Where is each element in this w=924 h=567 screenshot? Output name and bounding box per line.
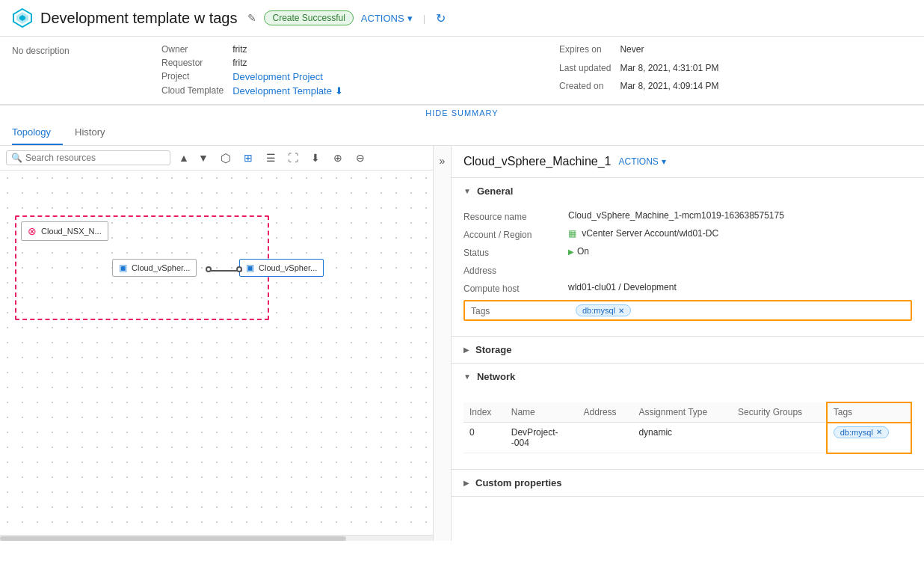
topology-toolbar: 🔍 ▲ ▼ ⬡ ⊞ ☰ ⛶ ⬇ ⊕ ⊖ — [0, 146, 433, 171]
detail-title: Cloud_vSphere_Machine_1 — [463, 155, 611, 168]
resource-name-value: Cloud_vSphere_Machine_1-mcm1019-16363857… — [568, 210, 784, 221]
storage-section: ▶ Storage — [452, 337, 924, 364]
col-address: Address — [578, 402, 633, 423]
cloud-template-link[interactable]: Development Template — [232, 85, 332, 96]
detail-chevron-icon: ▾ — [662, 156, 666, 167]
zoom-out-icon[interactable]: ⊖ — [351, 149, 369, 167]
panel-collapse-area: » — [434, 146, 452, 541]
chevron-down-icon: ▾ — [407, 13, 413, 24]
hide-summary-button[interactable]: HIDE SUMMARY — [0, 105, 924, 120]
zoom-in-icon[interactable]: ⊕ — [329, 149, 347, 167]
cell-assignment-type: dynamic — [632, 423, 732, 453]
cell-index: 0 — [463, 423, 505, 453]
col-index: Index — [463, 402, 505, 423]
tab-topology[interactable]: Topology — [12, 120, 63, 145]
tags-chip[interactable]: db:mysql ✕ — [576, 304, 631, 316]
col-tags: Tags — [827, 402, 911, 423]
resource-name-row: Resource name Cloud_vSphere_Machine_1-mc… — [463, 210, 912, 222]
table-row: 0 DevProject--004 dynamic db:mysql ✕ — [463, 423, 911, 453]
summary-section: No description Owner fritz Requestor fri… — [0, 37, 924, 105]
network-tags-chip[interactable]: db:mysql ✕ — [834, 426, 889, 438]
general-section-header[interactable]: ▼ General — [452, 178, 924, 204]
vm-node-1[interactable]: ▣ Cloud_vSpher... — [112, 259, 197, 277]
search-input[interactable] — [25, 153, 165, 163]
vcenter-icon: ▦ — [568, 228, 576, 239]
network-section-header[interactable]: ▼ Network — [452, 364, 924, 390]
vm1-label: Cloud_vSpher... — [132, 263, 190, 272]
project-label: Project — [161, 71, 224, 82]
custom-properties-section: ▶ Custom properties — [452, 470, 924, 497]
account-label: Account / Region — [463, 228, 568, 240]
download-icon[interactable]: ⬇ — [335, 85, 343, 96]
requestor-value: fritz — [232, 58, 514, 68]
fit-view-icon[interactable]: ⛶ — [284, 149, 302, 167]
topology-panel: 🔍 ▲ ▼ ⬡ ⊞ ☰ ⛶ ⬇ ⊕ ⊖ ⊗ Cloud_NSX_N... — [0, 146, 434, 541]
search-box[interactable]: 🔍 — [6, 150, 170, 165]
download-topology-icon[interactable]: ⬇ — [307, 149, 324, 167]
actions-button[interactable]: ACTIONS ▾ — [361, 13, 413, 24]
cloud-template-label: Cloud Template — [161, 85, 224, 96]
status-label: Status — [463, 246, 568, 258]
status-row: Status ▶ On — [463, 246, 912, 258]
account-value: ▦ vCenter Server Account/wld01-DC — [568, 228, 718, 239]
requestor-label: Requestor — [161, 58, 224, 68]
nav-up-icon[interactable]: ▲ — [175, 149, 193, 167]
main-content: 🔍 ▲ ▼ ⬡ ⊞ ☰ ⛶ ⬇ ⊕ ⊖ ⊗ Cloud_NSX_N... — [0, 146, 924, 541]
refresh-icon[interactable]: ↻ — [436, 11, 446, 25]
topology-list-icon[interactable]: ☰ — [262, 149, 280, 167]
compute-label: Compute host — [463, 282, 568, 294]
compute-row: Compute host wld01-clu01 / Development — [463, 282, 912, 294]
expires-value: Never — [620, 44, 912, 60]
custom-properties-header[interactable]: ▶ Custom properties — [452, 470, 924, 496]
tag-remove-icon[interactable]: ✕ — [618, 307, 624, 315]
cell-name: DevProject--004 — [505, 423, 578, 453]
network-table: Index Name Address Assignment Type Secur… — [463, 402, 912, 454]
owner-label: Owner — [161, 44, 224, 55]
resource-name-label: Resource name — [463, 210, 568, 222]
app-logo — [12, 7, 33, 28]
status-value: ▶ On — [568, 246, 589, 257]
storage-section-header[interactable]: ▶ Storage — [452, 337, 924, 363]
network-table-header-row: Index Name Address Assignment Type Secur… — [463, 402, 911, 423]
app-header: Development template w tags ✎ Create Suc… — [0, 0, 924, 37]
custom-properties-title: Custom properties — [475, 477, 562, 488]
general-chevron-icon: ▼ — [463, 187, 471, 195]
storage-chevron-icon: ▶ — [463, 346, 469, 354]
nsx-node[interactable]: ⊗ Cloud_NSX_N... — [21, 221, 108, 241]
address-row: Address — [463, 264, 912, 276]
project-link[interactable]: Development Project — [232, 71, 514, 82]
general-section-title: General — [477, 186, 513, 197]
last-updated-value: Mar 8, 2021, 4:31:01 PM — [620, 63, 912, 79]
account-row: Account / Region ▦ vCenter Server Accoun… — [463, 228, 912, 240]
edit-icon[interactable]: ✎ — [247, 12, 256, 24]
col-name: Name — [505, 402, 578, 423]
col-assignment-type: Assignment Type — [632, 402, 732, 423]
network-chevron-icon: ▼ — [463, 373, 471, 381]
network-tag-remove-icon[interactable]: ✕ — [876, 428, 882, 436]
expires-label: Expires on — [559, 44, 611, 60]
horizontal-scrollbar[interactable] — [0, 535, 433, 541]
detail-actions-button[interactable]: ACTIONS ▾ — [618, 156, 665, 167]
vm-node-2[interactable]: ▣ Cloud_vSpher... — [239, 259, 324, 277]
topology-graph-icon[interactable]: ⬡ — [217, 149, 235, 167]
topology-canvas: ⊗ Cloud_NSX_N... ▣ Cloud_vSpher... ▣ Clo… — [0, 171, 433, 535]
scroll-thumb[interactable] — [0, 536, 346, 541]
summary-right-fields: Expires on Never Last updated Mar 8, 202… — [559, 44, 912, 96]
search-icon: 🔍 — [11, 153, 22, 163]
tab-history[interactable]: History — [75, 120, 117, 145]
nsx-icon: ⊗ — [28, 225, 37, 237]
tags-label: Tags — [471, 304, 576, 316]
page-title: Development template w tags — [40, 10, 237, 27]
network-section: ▼ Network Index Name Address Assignment … — [452, 364, 924, 470]
topology-grid-icon[interactable]: ⊞ — [239, 149, 257, 167]
collapse-panel-icon[interactable]: » — [440, 155, 446, 167]
vm2-icon: ▣ — [246, 263, 254, 273]
network-section-title: Network — [477, 371, 515, 382]
description-text: No description — [12, 44, 161, 96]
col-security-groups: Security Groups — [732, 402, 827, 423]
created-label: Created on — [559, 81, 611, 96]
nav-down-icon[interactable]: ▼ — [194, 149, 212, 167]
status-badge: Create Successful — [264, 10, 353, 25]
tags-row: Tags db:mysql ✕ — [463, 300, 912, 321]
address-label: Address — [463, 264, 568, 276]
